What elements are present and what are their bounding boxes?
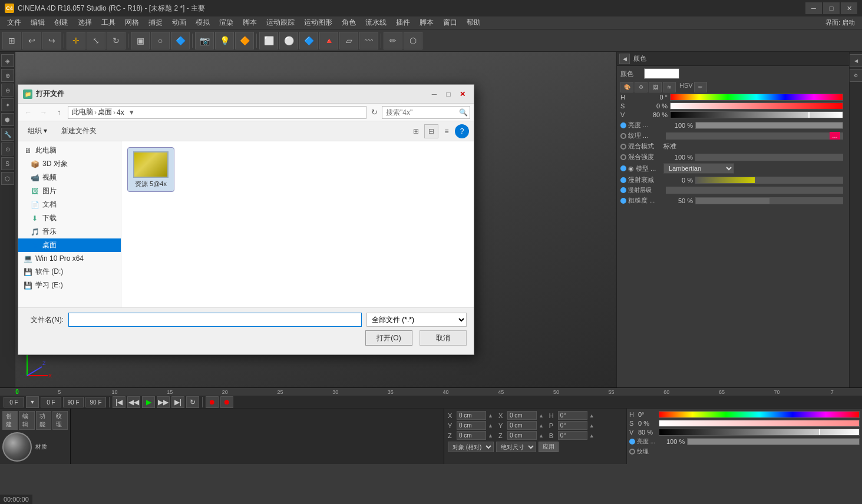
toolbar-btn-spline[interactable]: ✏	[384, 32, 402, 49]
rot-x-input[interactable]	[507, 411, 537, 420]
view-list-btn[interactable]: ⊞	[409, 124, 423, 138]
play-btn[interactable]: ▶	[142, 396, 155, 408]
roughness-slider[interactable]	[695, 197, 843, 204]
apply-btn[interactable]: 应用	[539, 442, 559, 452]
s-slider[interactable]	[670, 102, 843, 110]
sidebar-icon-3[interactable]: ⊖	[1, 84, 14, 97]
dialog-open-btn[interactable]: 打开(O)	[365, 330, 412, 346]
menu-animate[interactable]: 动画	[167, 16, 191, 29]
current-frame-input[interactable]	[41, 397, 61, 407]
view-details-btn[interactable]: ≡	[440, 124, 454, 138]
search-input[interactable]	[382, 106, 470, 119]
toolbar-btn-cube[interactable]: ⬜	[259, 32, 278, 49]
dialog-cancel-btn[interactable]: 取消	[420, 330, 467, 346]
panel-collapse[interactable]: ◀	[619, 54, 630, 64]
texture-more-btn[interactable]: …	[830, 132, 840, 140]
toolbar-btn-move[interactable]: ✛	[67, 32, 85, 49]
nav-item-downloads[interactable]: ⬇ 下载	[18, 211, 121, 225]
h-slider[interactable]	[670, 94, 843, 101]
dialog-up-btn[interactable]: ↑	[52, 106, 65, 119]
diffuse-radio[interactable]	[620, 177, 626, 183]
mat-tab-create[interactable]: 创建	[2, 411, 18, 430]
menu-file[interactable]: 文件	[2, 16, 26, 29]
menu-select[interactable]: 选择	[73, 16, 97, 29]
diffuse-layers-slider[interactable]	[666, 187, 843, 194]
coord-mode-select[interactable]: 对象 (相对) 世界 (绝对)	[448, 442, 494, 452]
filename-input[interactable]	[68, 313, 362, 327]
mix-strength-radio[interactable]	[620, 154, 626, 160]
rot-z-input[interactable]	[507, 431, 537, 440]
breadcrumb-pc[interactable]: 此电脑	[72, 107, 93, 117]
record-btn[interactable]: ⏺	[206, 396, 219, 408]
toolbar-btn-select1[interactable]: ▣	[131, 32, 150, 49]
prev-frame-btn[interactable]: ◀◀	[127, 396, 140, 408]
nav-item-docs[interactable]: 📄 文档	[18, 198, 121, 211]
next-frame-btn[interactable]: ▶▶	[157, 396, 170, 408]
sidebar-icon-4[interactable]: ✦	[1, 98, 14, 111]
dialog-maximize-btn[interactable]: □	[442, 88, 455, 101]
rot-y-spinup[interactable]: ▲	[539, 423, 544, 429]
br-s-slider[interactable]	[659, 420, 860, 427]
toolbar-btn-sphere[interactable]: ⚪	[279, 32, 298, 49]
diffuse-slider[interactable]	[695, 177, 843, 184]
nav-item-images[interactable]: 🖼 图片	[18, 184, 121, 198]
sidebar-icon-8[interactable]: S	[1, 157, 14, 170]
texture-slider[interactable]: …	[666, 132, 843, 140]
br-v-slider[interactable]	[659, 429, 860, 436]
mat-tab-edit[interactable]: 编辑	[19, 411, 34, 430]
h-angle-input[interactable]	[558, 411, 587, 420]
p-spinup[interactable]: ▲	[589, 423, 595, 429]
view-grid-btn[interactable]: ⊟	[424, 124, 438, 138]
toolbar-btn-nurbs[interactable]: 〰	[359, 32, 378, 49]
toolbar-btn-1[interactable]: ⊞	[2, 32, 21, 49]
brightness-slider[interactable]	[695, 122, 843, 129]
nav-item-drive-d[interactable]: 💾 软件 (D:)	[18, 265, 121, 278]
file-item-1[interactable]: 资源 5@4x	[127, 147, 174, 192]
br-texture-radio[interactable]	[629, 449, 635, 455]
model-dropdown[interactable]: Lambertian Oren-Nayar Minnaert	[663, 163, 734, 174]
mat-icon-color[interactable]: 🎨	[620, 82, 633, 92]
toolbar-btn-light[interactable]: 💡	[215, 32, 234, 49]
menu-character[interactable]: 角色	[337, 16, 361, 29]
right-sidebar-icon-2[interactable]: ⚙	[850, 69, 863, 82]
toolbar-btn-deform[interactable]: ⬡	[404, 32, 422, 49]
toolbar-btn-mat[interactable]: 🔶	[235, 32, 254, 49]
minimize-button[interactable]: ─	[805, 2, 822, 14]
mat-icon-picker[interactable]: ✏	[694, 82, 707, 92]
end-frame-input2[interactable]	[85, 397, 106, 407]
sidebar-icon-9[interactable]: ⬡	[1, 172, 14, 185]
menu-snap[interactable]: 捕捉	[144, 16, 167, 29]
menu-window[interactable]: 窗口	[438, 16, 462, 29]
nav-item-win[interactable]: 💻 Win 10 Pro x64	[18, 252, 121, 265]
help-btn[interactable]: ?	[455, 124, 469, 138]
menu-plugin[interactable]: 插件	[391, 16, 415, 29]
menu-mesh[interactable]: 网格	[120, 16, 144, 29]
dialog-minimize-btn[interactable]: ─	[428, 88, 441, 101]
addr-dropdown-btn[interactable]: ▾	[127, 107, 137, 118]
mix-strength-slider[interactable]: ↓	[695, 154, 843, 161]
toolbar-btn-select3[interactable]: 🔷	[171, 32, 190, 49]
menu-create[interactable]: 创建	[49, 16, 73, 29]
menu-simulate[interactable]: 模拟	[191, 16, 214, 29]
maximize-button[interactable]: □	[823, 2, 840, 14]
menu-render[interactable]: 渲染	[214, 16, 238, 29]
sidebar-icon-7[interactable]: ⊙	[1, 142, 14, 155]
mat-icon-texture[interactable]: 🖼	[649, 82, 662, 92]
z-spinup[interactable]: ▲	[488, 433, 493, 439]
mix-mode-radio[interactable]	[620, 144, 626, 150]
breadcrumb-desktop[interactable]: 桌面	[98, 107, 112, 117]
rot-y-input[interactable]	[507, 421, 537, 430]
color-swatch[interactable]	[644, 68, 679, 79]
sidebar-icon-5[interactable]: ⬢	[1, 113, 14, 126]
auto-key-btn[interactable]: ⏺	[220, 396, 233, 408]
nav-item-pc[interactable]: 🖥 此电脑	[18, 144, 121, 157]
br-bright-radio[interactable]	[629, 439, 635, 445]
b-spinup[interactable]: ▲	[589, 433, 595, 439]
close-button[interactable]: ✕	[841, 2, 857, 14]
nav-item-video[interactable]: 📹 视频	[18, 171, 121, 184]
breadcrumb-4x[interactable]: 4x	[117, 108, 124, 117]
menu-script-short[interactable]: 脚本	[238, 16, 262, 29]
menu-help[interactable]: 帮助	[462, 16, 486, 29]
toolbar-btn-scale[interactable]: ⤡	[87, 32, 105, 49]
material-ball[interactable]	[2, 432, 32, 462]
